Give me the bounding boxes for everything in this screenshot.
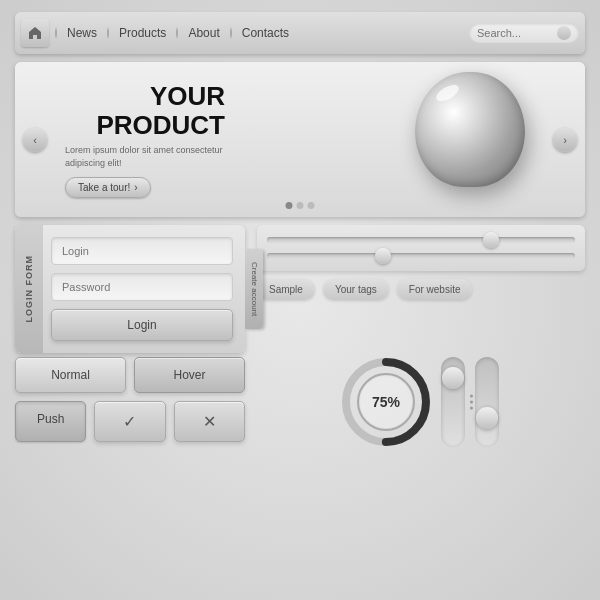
login-panel: LOGIN FORM Login Create account [15,225,245,353]
create-account-button[interactable]: Create account [245,249,263,329]
search-icon [557,26,571,40]
tag-sample[interactable]: Sample [257,279,315,300]
nav-item-products[interactable]: Products [109,26,176,40]
hero-dots [286,202,315,209]
check-button[interactable]: ✓ [94,401,165,442]
home-button[interactable] [21,19,49,47]
nav-item-contacts[interactable]: Contacts [232,26,299,40]
tag-for-website[interactable]: For website [397,279,473,300]
tag-your-tags[interactable]: Your tags [323,279,389,300]
hero-cta-button[interactable]: Take a tour! › [65,177,151,198]
sliders-section [257,225,585,271]
cross-button[interactable]: ✕ [174,401,245,442]
v-slider-1-thumb[interactable] [442,367,464,389]
hero-next-button[interactable]: › [553,128,577,152]
nav-item-news[interactable]: News [57,26,107,40]
hero-banner: ‹ YOUR PRODUCT Lorem ipsum dolor sit ame… [15,62,585,217]
button-group-left: Normal Hover Push ✓ ✕ [15,357,245,442]
lower-section: LOGIN FORM Login Create account Sample Y… [15,225,585,353]
vertical-slider-1[interactable] [441,357,465,447]
login-form-label: LOGIN FORM [15,225,43,353]
navbar: News Products About Contacts [15,12,585,54]
slider-1-track[interactable] [267,237,575,243]
hero-subtitle: Lorem ipsum dolor sit amet consectetur a… [65,144,225,169]
right-panel: Sample Your tags For website [257,225,585,353]
hero-content: YOUR PRODUCT Lorem ipsum dolor sit amet … [65,82,225,198]
hero-title: YOUR PRODUCT [65,82,225,139]
circle-progress: 75% [341,357,431,447]
login-submit-button[interactable]: Login [51,309,233,341]
vertical-slider-2[interactable] [475,357,499,447]
search-bar[interactable] [469,23,579,43]
tags-section: Sample Your tags For website [257,279,585,300]
hero-dot-1 [286,202,293,209]
search-input[interactable] [477,27,557,39]
nav-items: News Products About Contacts [49,26,469,40]
nav-item-about[interactable]: About [178,26,229,40]
hero-dot-2 [297,202,304,209]
hover-button[interactable]: Hover [134,357,245,393]
btn-row-1: Normal Hover [15,357,245,393]
push-button[interactable]: Push [15,401,86,442]
hero-product-image [415,72,535,202]
circle-progress-label: 75% [372,394,400,410]
normal-button[interactable]: Normal [15,357,126,393]
slider-2-track[interactable] [267,253,575,259]
slider-2-thumb[interactable] [375,248,391,264]
buttons-section: Normal Hover Push ✓ ✕ 75% [15,357,585,447]
product-oval [415,72,525,187]
btn-row-2: Push ✓ ✕ [15,401,245,442]
v-slider-1-dots [470,395,473,410]
hero-prev-button[interactable]: ‹ [23,128,47,152]
v-slider-2-thumb[interactable] [476,407,498,429]
slider-1-thumb[interactable] [483,232,499,248]
hero-dot-3 [308,202,315,209]
button-group-right: 75% [255,357,585,447]
login-input[interactable] [51,237,233,265]
password-input[interactable] [51,273,233,301]
